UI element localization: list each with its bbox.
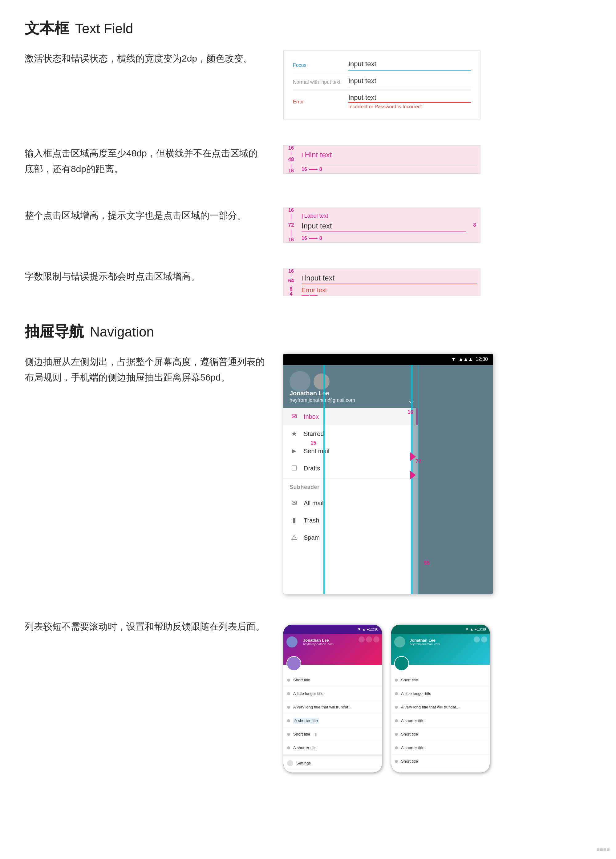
diag3-ruler-8: 8 (319, 236, 322, 241)
list-item: A little longer title (283, 687, 382, 700)
diag4-count-line2 (310, 295, 317, 295)
list-text: A little longer title (293, 691, 324, 696)
list-item: A little longer title (391, 687, 490, 700)
diag4-count-row (299, 295, 480, 295)
tf-desc1-col: 激活状态和错误状态，横线的宽度变为2dp，颜色改变。 (25, 50, 265, 78)
star-icon: ★ (289, 429, 299, 439)
list-dot (287, 746, 290, 750)
tf-diagram3-col: 16 72 16 | Label text Input text (283, 208, 591, 250)
nav-item-drafts[interactable]: ☐ Drafts (283, 460, 418, 477)
list-dot (287, 706, 290, 709)
nav-avatar-small (314, 373, 330, 389)
diag3-right-ruler: 8 (469, 208, 480, 242)
nav-avatar-large (289, 371, 311, 392)
nav-subheader: Subheader (283, 480, 418, 495)
phone2-big-avatar (394, 656, 409, 671)
tf-diagram1-col: Focus Input text Normal with input text … (283, 50, 591, 127)
tf-diagram4-col: 16 64 8 4 | Input text Error t (283, 269, 591, 303)
phone1-name: Jonathan Lee (303, 638, 333, 643)
phone2-name: Jonathan Lee (410, 638, 440, 643)
phone1-header-text: Jonathan Lee heyfromjonathan..com (303, 638, 333, 646)
nav-row1: 侧边抽屉从左侧划出，占据整个屏幕高度，遵循普通列表的布局规则，手机端的侧边抽屉抽… (25, 354, 591, 594)
list-text: A very long title that will truncat... (293, 705, 352, 709)
nav-desc2-col: 列表较短不需要滚动时，设置和帮助反馈跟随在列表后面。 (25, 618, 265, 647)
phone1-header: Jonathan Lee heyfromjonathan..com (283, 634, 382, 665)
wifi-icon: ▼ (451, 356, 456, 362)
nav-item-spam[interactable]: ⚠ Spam (283, 529, 418, 546)
list-dot (287, 679, 290, 682)
ruler-vline-bottom (291, 164, 291, 168)
nav-mockup: ▼ ▲▲▲ 12:30 Jonathan Lee heyfrom (283, 354, 493, 594)
list-text: A shorter title (401, 718, 424, 723)
phone2-wifi: ▼ ▲ ● (465, 627, 477, 631)
nav-item-starred[interactable]: ★ Starred (283, 425, 418, 442)
phone1-avatar (286, 636, 297, 648)
nav-allmail-label: All mail (304, 500, 324, 507)
nav-item-allmail[interactable]: ✉ All mail (283, 495, 418, 512)
bottom-row: 列表较短不需要滚动时，设置和帮助反馈跟随在列表后面。 ▼ ▲ ● 12:30 (25, 618, 591, 773)
diag4-input-text: Input text (304, 274, 335, 282)
phone1-settings[interactable]: Settings (283, 756, 382, 770)
diag3-vline2 (291, 230, 291, 237)
list-item: A shorter title (391, 741, 490, 754)
list-text: Short title (401, 732, 418, 736)
phone2-header: Jonathan Lee heyfromjonathan..com (391, 634, 490, 665)
ruler-label-15: 15 (311, 440, 316, 446)
nav-inbox-label: Inbox (304, 413, 319, 420)
list-text: Short title (293, 678, 310, 682)
list-item: Short title (283, 673, 382, 687)
textfield-row4: 字数限制与错误提示都会时点击区域增高。 16 64 8 4 | (25, 269, 591, 303)
cursor-icon: | (302, 152, 303, 158)
list-item: Short title ▮ (283, 728, 382, 741)
diag3-vline1 (291, 213, 291, 221)
drafts-icon: ☐ (289, 464, 299, 473)
tf-states-diagram: Focus Input text Normal with input text … (283, 50, 480, 119)
nav-section-title: 抽屉导航 Navigation (25, 322, 591, 342)
list-dot (287, 692, 290, 695)
list-text: Short title (401, 759, 418, 764)
phone2-avatar (394, 636, 405, 648)
tf-diag2: 16 48 16 | Hint text 16 (283, 145, 480, 173)
tf-error-field: Input text Incorrect or Password is Inco… (349, 94, 471, 110)
phone-mockup-1: ▼ ▲ ● 12:30 Jonathan Lee heyfromjonathan… (283, 625, 382, 773)
ruler-16-top: 16 (288, 146, 294, 151)
diag4-ruler-64: 64 (288, 277, 294, 284)
diag3-left-ruler: 16 72 16 (284, 208, 299, 242)
ruler-16-bottom: 16 (288, 169, 294, 173)
textfield-row3: 整个点击区域增高，提示文字也是点击区域的一部分。 16 72 16 | Labe… (25, 208, 591, 250)
diag4-gap (299, 284, 480, 287)
list-item: A very long title that will truncat... (283, 700, 382, 714)
list-item: Short title (391, 673, 490, 687)
diag3-gap1 (299, 219, 469, 222)
ruler-8: 8 (319, 167, 322, 172)
diag3-content: | Label text Input text 16 8 (299, 208, 469, 242)
phone2-header-text: Jonathan Lee heyfromjonathan..com (410, 638, 440, 646)
nav-drawer: Jonathan Lee heyfrom jonathan@gmail.com … (283, 365, 419, 594)
tf-focus-label: Focus (293, 62, 349, 68)
nav-divider1 (283, 478, 418, 478)
ruler-label-55: 55 (424, 560, 430, 566)
tf-desc2: 输入框点击区域高度至少48dp，但横线并不在点击区域的底部，还有8dp的距离。 (25, 145, 265, 177)
tf-focus-row: Focus Input text (293, 57, 471, 74)
nav-item-trash[interactable]: ▮ Trash (283, 512, 418, 529)
diag3-right-8: 8 (474, 222, 476, 228)
tf-error-text: Input text (349, 94, 471, 103)
list-item: A shorter title (283, 714, 382, 728)
diag3-ruler-16-x: 16 (302, 236, 307, 241)
phone1-icon1 (358, 636, 365, 643)
nav-item-inbox[interactable]: ✉ Inbox (283, 408, 418, 425)
list-item: Short title (391, 754, 490, 768)
phone1-help[interactable]: Help & Feedback (283, 770, 382, 773)
nav-item-sent[interactable]: ► Sent mail (283, 442, 418, 460)
diag2-left-ruler: 16 48 16 (284, 146, 299, 173)
nav-user-email: heyfrom jonathan@gmail.com (289, 397, 412, 403)
diag3-gap2 (299, 232, 469, 234)
title-en: Text Field (75, 21, 133, 36)
tf-desc3-col: 整个点击区域增高，提示文字也是点击区域的一部分。 (25, 208, 265, 236)
nav-spam-label: Spam (304, 534, 320, 541)
nav-drawer-header: Jonathan Lee heyfrom jonathan@gmail.com (283, 365, 418, 408)
nav-items-list: ✉ Inbox ★ Starred ► Sent mail (283, 408, 418, 594)
diag3-label-row: | Label text (299, 213, 469, 219)
nav-right-overlay (413, 365, 493, 594)
diag4-cursor: | (302, 275, 303, 281)
